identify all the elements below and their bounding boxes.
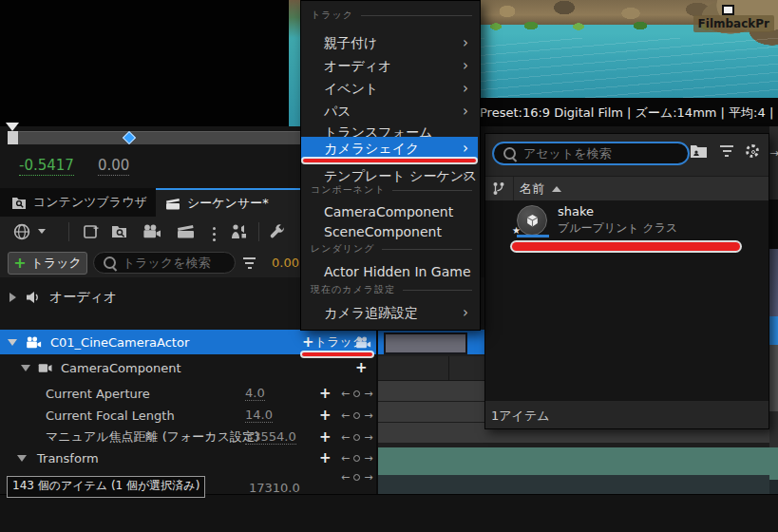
- add-track-label: トラック: [31, 255, 82, 272]
- asset-list-header[interactable]: 名前: [485, 176, 769, 201]
- camera-icon[interactable]: [142, 224, 161, 238]
- annotation-underline: [303, 159, 476, 162]
- playhead-marker-icon[interactable]: [6, 123, 19, 131]
- menu-item-attach[interactable]: 親子付け ›: [301, 31, 478, 54]
- filmback-info-text: Preset:16:9 Digital Film | ズーム:14mm | 平均…: [480, 104, 778, 122]
- property-value[interactable]: 33554.0: [245, 429, 296, 445]
- submenu-chevron-icon: ›: [463, 100, 468, 123]
- world-icon[interactable]: [13, 223, 30, 240]
- collapse-icon[interactable]: [21, 365, 30, 371]
- track-label: CameraComponent: [61, 361, 181, 375]
- asset-folder-icon[interactable]: [690, 143, 708, 158]
- asset-search-input[interactable]: アセットを検索: [492, 142, 690, 165]
- camera-info-bar: Preset:16:9 Digital Film | ズーム:14mm | 平均…: [479, 98, 778, 126]
- submenu-chevron-icon: ›: [463, 31, 468, 54]
- drag-cursor-icon: [722, 5, 734, 15]
- actor-keyframe-icon[interactable]: [228, 223, 247, 240]
- hierarchy-icon[interactable]: [492, 181, 505, 196]
- menu-item-path[interactable]: パス ›: [301, 100, 478, 123]
- next-key-icon: →: [364, 431, 372, 444]
- wrench-icon[interactable]: [269, 223, 286, 240]
- property-label: マニュアル焦点距離 (フォーカス設定): [46, 428, 259, 446]
- gear-icon[interactable]: [746, 144, 759, 158]
- collapse-icon[interactable]: [17, 455, 27, 462]
- annotation-ellipse: [512, 242, 740, 251]
- browse-asset-icon[interactable]: [111, 224, 128, 238]
- overflow-menu-icon[interactable]: [213, 227, 216, 230]
- tab-content-browser[interactable]: コンテンツブラウザ: [2, 188, 163, 217]
- add-track-button[interactable]: + トラック: [8, 252, 87, 275]
- submenu-chevron-icon: ›: [463, 77, 468, 100]
- next-key-icon: →: [364, 388, 372, 400]
- scrub-handle[interactable]: [8, 131, 18, 144]
- annotation-underline: [302, 352, 372, 356]
- save-asset-icon[interactable]: [84, 224, 100, 239]
- plus-icon[interactable]: +: [302, 333, 314, 351]
- asset-list-item[interactable]: ★ shake ブループリント クラス: [485, 200, 769, 240]
- plus-icon[interactable]: +: [319, 430, 332, 445]
- tab-label: シーケンサー*: [187, 195, 269, 212]
- menu-section-component: コンポーネント: [311, 183, 472, 197]
- playhead-time-value[interactable]: -0.5417: [19, 157, 74, 176]
- keyframe-nav[interactable]: ←→: [341, 388, 372, 400]
- property-row-focus-distance[interactable]: マニュアル焦点距離 (フォーカス設定) 33554.0 + ←→: [0, 427, 376, 447]
- column-name-label[interactable]: 名前: [520, 180, 544, 198]
- asset-list: ★ shake ブループリント クラス: [485, 200, 769, 401]
- property-value[interactable]: 14.0: [245, 408, 273, 423]
- current-time-value[interactable]: 0.00: [272, 256, 299, 270]
- asset-picker-popup: アセットを検索 名前 ★ shake ブル: [484, 133, 769, 429]
- clapperboard-icon[interactable]: [177, 224, 195, 238]
- property-row-focal-length[interactable]: Current Focal Length 14.0 + ←→: [0, 405, 376, 426]
- tab-sequencer[interactable]: シーケンサー* ×: [156, 188, 321, 217]
- content-browser-icon: [11, 196, 27, 209]
- prev-key-icon: ←: [341, 431, 350, 444]
- submenu-chevron-icon: ›: [463, 301, 468, 324]
- plus-icon[interactable]: +: [319, 451, 332, 466]
- plus-icon[interactable]: +: [355, 361, 368, 375]
- property-row-aperture[interactable]: Current Aperture 4.0 + ←→: [0, 383, 376, 404]
- next-key-icon: →: [364, 471, 372, 484]
- filter-icon[interactable]: [243, 257, 256, 269]
- plus-icon[interactable]: +: [319, 387, 332, 401]
- camera-cut-section[interactable]: [384, 332, 467, 354]
- plus-icon: +: [13, 256, 26, 271]
- speaker-icon: [26, 291, 41, 304]
- menu-section-track: トラック: [311, 9, 472, 22]
- sort-ascending-icon: [552, 186, 561, 192]
- blueprint-class-icon: [517, 205, 547, 236]
- range-track: [376, 447, 769, 475]
- sequencer-icon: [165, 198, 180, 210]
- attach-camera-icon[interactable]: [355, 336, 371, 349]
- filter-icon[interactable]: [720, 145, 733, 157]
- track-search-input[interactable]: トラックを検索: [93, 252, 236, 274]
- track-row-transform[interactable]: Transform + ←→: [0, 448, 376, 468]
- next-key-icon: →: [364, 409, 372, 422]
- prev-key-icon: ←: [341, 452, 350, 465]
- submenu-chevron-icon: ›: [463, 137, 468, 160]
- expand-icon[interactable]: [9, 293, 16, 302]
- plus-icon[interactable]: +: [319, 408, 332, 423]
- menu-item-scene-component[interactable]: SceneComponent: [301, 220, 478, 243]
- playhead-frame-value[interactable]: 0.00: [98, 157, 129, 176]
- menu-item-camera-shake[interactable]: カメラシェイク ›: [301, 137, 478, 160]
- keyframe-nav[interactable]: ←→: [341, 471, 372, 484]
- prev-key-icon: ←: [341, 409, 350, 422]
- keyframe-nav[interactable]: ←→: [341, 431, 372, 444]
- keyframe-nav[interactable]: ←→: [341, 409, 372, 422]
- add-track-context-menu: トラック 親子付け › オーディオ › イベント › パス › トランスフォーム…: [300, 0, 481, 331]
- track-row-camera-actor[interactable]: C01_CineCameraActor + トラック: [0, 330, 376, 354]
- menu-item-camera-tracking[interactable]: カメラ追跡設定 ›: [301, 301, 478, 324]
- search-icon: [104, 256, 116, 269]
- prev-key-icon: ←: [341, 471, 350, 484]
- add-key-icon: [353, 474, 360, 481]
- divider: [513, 177, 514, 200]
- menu-item-event[interactable]: イベント ›: [301, 77, 478, 100]
- asset-count-label: 1アイテム: [491, 408, 550, 425]
- track-row-camera-component[interactable]: CameraComponent +: [0, 357, 376, 378]
- collapse-icon[interactable]: [8, 339, 17, 346]
- chevron-down-icon[interactable]: [38, 229, 46, 234]
- keyframe-nav[interactable]: ←→: [341, 452, 372, 465]
- menu-item-audio[interactable]: オーディオ ›: [301, 54, 478, 77]
- property-value[interactable]: 4.0: [245, 386, 265, 401]
- menu-item-actor-hidden[interactable]: Actor Hidden In Game: [301, 260, 478, 283]
